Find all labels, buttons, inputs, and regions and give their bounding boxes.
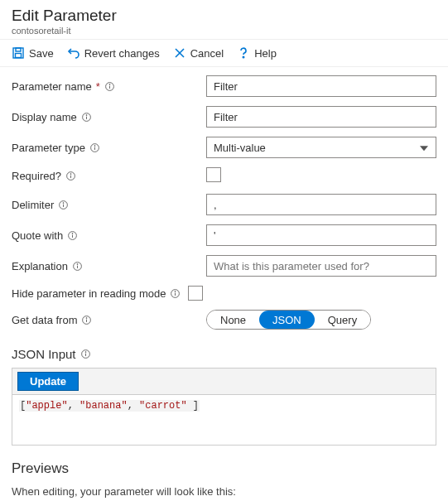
row-required: Required? xyxy=(12,167,436,185)
json-toolbar: Update xyxy=(12,369,436,395)
help-label: Help xyxy=(254,47,277,60)
info-icon[interactable] xyxy=(170,288,181,299)
svg-point-32 xyxy=(86,317,87,318)
page-subtitle: contosoretail-it xyxy=(12,26,436,36)
row-get-data: Get data from None JSON Query xyxy=(12,310,436,330)
save-label: Save xyxy=(29,47,54,60)
svg-point-14 xyxy=(94,145,95,146)
json-editor[interactable]: ["apple", "banana", "carrot" ] xyxy=(12,395,436,445)
toolbar: Save Revert changes Cancel Help xyxy=(0,40,448,67)
info-icon[interactable] xyxy=(72,261,83,272)
svg-point-20 xyxy=(63,202,64,203)
help-icon xyxy=(237,46,250,60)
explanation-input[interactable] xyxy=(206,255,436,277)
quote-input[interactable] xyxy=(206,224,436,246)
hide-checkbox[interactable] xyxy=(188,286,203,301)
row-parameter-type: Parameter type Multi-value xyxy=(12,137,436,158)
cancel-label: Cancel xyxy=(190,47,224,60)
parameter-type-select[interactable]: Multi-value xyxy=(206,137,436,158)
page-title: Edit Parameter xyxy=(12,7,436,25)
svg-point-5 xyxy=(243,56,243,57)
label-display-name: Display name xyxy=(12,111,206,123)
json-input-heading: JSON Input xyxy=(0,342,448,364)
svg-point-17 xyxy=(70,174,71,175)
row-parameter-name: Parameter name * xyxy=(12,75,436,97)
undo-icon xyxy=(67,46,80,60)
row-display-name: Display name xyxy=(12,106,436,128)
label-parameter-name: Parameter name * xyxy=(12,80,206,93)
update-button[interactable]: Update xyxy=(17,372,79,391)
svg-point-29 xyxy=(175,291,176,291)
seg-none[interactable]: None xyxy=(207,311,259,329)
revert-button[interactable]: Revert changes xyxy=(67,46,160,60)
label-get-data: Get data from xyxy=(12,314,206,326)
svg-point-35 xyxy=(85,352,86,353)
seg-json[interactable]: JSON xyxy=(259,311,315,329)
label-explanation: Explanation xyxy=(12,260,206,272)
required-checkbox[interactable] xyxy=(206,167,221,182)
page: Edit Parameter contosoretail-it Save Rev… xyxy=(0,0,448,501)
previews-desc: When editing, your parameter will look l… xyxy=(12,485,436,498)
previews-title: Previews xyxy=(12,460,436,477)
parameter-type-select-wrap: Multi-value xyxy=(206,137,436,158)
header: Edit Parameter contosoretail-it xyxy=(0,0,448,40)
previews-section: Previews When editing, your parameter wi… xyxy=(0,454,448,501)
info-icon[interactable] xyxy=(67,230,78,241)
json-input-box: Update ["apple", "banana", "carrot" ] xyxy=(12,368,436,446)
revert-label: Revert changes xyxy=(84,47,160,60)
help-button[interactable]: Help xyxy=(237,46,277,60)
svg-point-11 xyxy=(86,114,87,115)
cancel-button[interactable]: Cancel xyxy=(173,46,224,60)
label-hide: Hide parameter in reading mode xyxy=(12,286,203,301)
display-name-input[interactable] xyxy=(206,106,436,128)
info-icon[interactable] xyxy=(65,171,76,181)
info-icon[interactable] xyxy=(81,315,92,325)
close-icon xyxy=(173,46,186,60)
row-hide: Hide parameter in reading mode xyxy=(12,286,436,301)
svg-rect-1 xyxy=(16,48,21,51)
required-asterisk: * xyxy=(96,80,100,93)
label-parameter-type: Parameter type xyxy=(12,142,206,154)
label-required: Required? xyxy=(12,170,206,182)
form: Parameter name * Display name Parameter … xyxy=(0,67,448,342)
row-quote: Quote with xyxy=(12,224,436,246)
label-delimiter: Delimiter xyxy=(12,199,206,211)
delimiter-input[interactable] xyxy=(206,194,436,215)
save-button[interactable]: Save xyxy=(12,46,54,60)
svg-point-8 xyxy=(109,84,110,84)
label-quote: Quote with xyxy=(12,229,206,242)
row-explanation: Explanation xyxy=(12,255,436,277)
row-delimiter: Delimiter xyxy=(12,194,436,215)
svg-point-23 xyxy=(72,233,73,234)
svg-rect-2 xyxy=(16,54,22,58)
info-icon[interactable] xyxy=(89,142,100,153)
info-icon[interactable] xyxy=(81,112,92,123)
seg-query[interactable]: Query xyxy=(315,311,370,329)
save-icon xyxy=(12,46,25,60)
data-source-segmented: None JSON Query xyxy=(206,310,371,330)
info-icon[interactable] xyxy=(80,349,91,359)
parameter-name-input[interactable] xyxy=(206,75,436,97)
svg-point-26 xyxy=(77,263,78,264)
info-icon[interactable] xyxy=(58,200,69,210)
info-icon[interactable] xyxy=(104,81,115,92)
